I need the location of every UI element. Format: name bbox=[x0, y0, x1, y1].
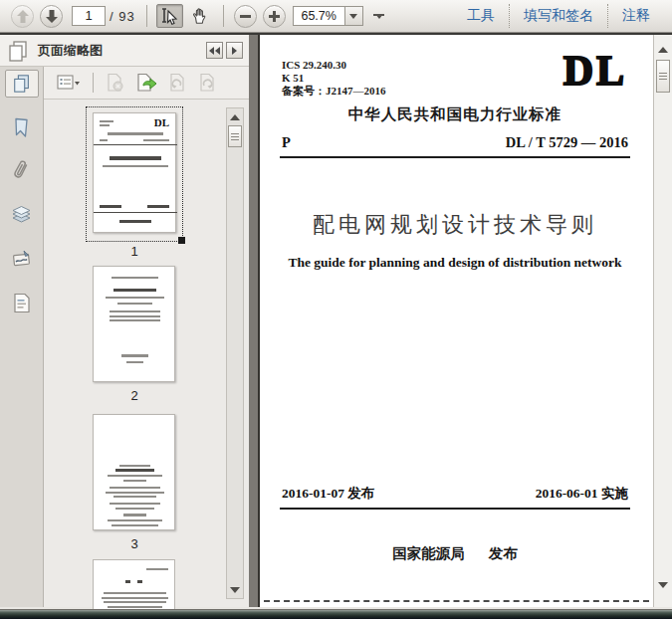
scrollbar-thumb[interactable] bbox=[656, 60, 670, 93]
triangle-down-icon bbox=[230, 587, 240, 593]
ics-block: ICS 29.240.30 K 51 备案号：J2147—2016 bbox=[282, 59, 386, 98]
toolbar-separator bbox=[146, 5, 147, 27]
document-title-cn: 配电网规划设计技术导则 bbox=[282, 210, 628, 240]
selection-handle[interactable] bbox=[178, 237, 185, 244]
footer-rule bbox=[280, 508, 630, 510]
paperclip-icon bbox=[12, 160, 32, 182]
toolbar-more-icon bbox=[373, 14, 384, 16]
pages-icon bbox=[6, 39, 30, 63]
header-rule bbox=[280, 156, 630, 158]
page-thumbnails-icon bbox=[12, 74, 32, 94]
page-number-input[interactable]: 1 bbox=[72, 6, 106, 26]
bookmark-icon bbox=[12, 117, 31, 138]
classification-row: P DL / T 5729 — 2016 bbox=[282, 134, 628, 151]
standard-category-header: 中华人民共和国电力行业标准 bbox=[282, 104, 628, 125]
scrollbar-thumb[interactable] bbox=[228, 125, 242, 147]
scroll-up-button[interactable] bbox=[228, 110, 242, 123]
collapse-panel-button[interactable] bbox=[206, 42, 223, 59]
document-scrollbar[interactable] bbox=[653, 35, 672, 607]
rotate-right-button[interactable] bbox=[197, 73, 217, 93]
record-number: 备案号：J2147—2016 bbox=[282, 85, 386, 98]
rotate-left-button[interactable] bbox=[167, 73, 187, 93]
panel-splitter[interactable] bbox=[249, 35, 260, 607]
thumbnails-list: DL bbox=[44, 100, 249, 607]
zoom-in-button[interactable] bbox=[263, 5, 286, 28]
rail-item-attachments[interactable] bbox=[5, 157, 39, 185]
down-arrow-icon bbox=[46, 10, 58, 23]
rail-item-signatures[interactable] bbox=[5, 245, 39, 273]
implementation-date: 2016-06-01 实施 bbox=[536, 485, 628, 503]
fill-sign-menu-button[interactable]: 填写和签名 bbox=[510, 7, 607, 25]
chevron-down-icon bbox=[349, 14, 357, 19]
insert-page-icon bbox=[135, 73, 157, 93]
triangle-up-icon bbox=[230, 114, 240, 120]
triangle-down-icon bbox=[658, 582, 668, 588]
standard-number: DL / T 5729 — 2016 bbox=[506, 134, 628, 151]
delete-page-icon bbox=[106, 73, 125, 93]
zoom-out-button[interactable] bbox=[234, 5, 257, 28]
thumbnails-panel: 页面缩略图 bbox=[0, 35, 249, 607]
toolbar-right-group: 工具 填写和签名 注释 bbox=[453, 4, 664, 28]
thumbnails-scrollbar[interactable] bbox=[226, 107, 244, 599]
rail-item-layers[interactable] bbox=[5, 201, 39, 229]
toolbar-separator bbox=[223, 5, 224, 27]
panel-header: 页面缩略图 bbox=[0, 35, 249, 67]
expand-panel-button[interactable] bbox=[226, 42, 243, 59]
panel-toolbar-separator bbox=[93, 73, 94, 93]
main-area: 页面缩略图 bbox=[0, 33, 672, 607]
double-chevron-left-icon bbox=[209, 47, 220, 55]
text-select-cursor-icon bbox=[160, 8, 178, 25]
up-arrow-icon bbox=[17, 10, 29, 23]
minus-icon bbox=[240, 11, 251, 22]
toolbar-more-button[interactable] bbox=[375, 14, 383, 19]
rail-item-notes[interactable] bbox=[5, 289, 39, 316]
thumbnail-options-button[interactable] bbox=[57, 74, 81, 92]
dates-row: 2016-01-07 发布 2016-06-01 实施 bbox=[282, 485, 628, 503]
thumbnail-page-1[interactable]: DL bbox=[86, 106, 183, 242]
chevron-right-icon bbox=[232, 47, 237, 55]
page-total-label: / 93 bbox=[110, 9, 135, 24]
insert-page-button[interactable] bbox=[135, 73, 157, 93]
sidebar-rail bbox=[0, 67, 44, 607]
zoom-level-input[interactable]: 65.7% bbox=[293, 6, 344, 26]
dl-logo: DL bbox=[563, 51, 627, 91]
scroll-down-button[interactable] bbox=[656, 578, 670, 591]
scroll-down-button[interactable] bbox=[228, 583, 242, 596]
scroll-up-button[interactable] bbox=[656, 43, 670, 56]
publisher-name: 国家能源局 bbox=[392, 545, 465, 561]
thumbnail-page-3[interactable] bbox=[93, 414, 175, 530]
hand-tool-button[interactable] bbox=[187, 4, 214, 28]
tools-menu-button[interactable]: 工具 bbox=[453, 7, 509, 25]
rotate-left-icon bbox=[167, 73, 187, 93]
plus-icon bbox=[269, 11, 280, 22]
thumbnail-page-2-label: 2 bbox=[86, 388, 183, 403]
ics-number: ICS 29.240.30 bbox=[282, 59, 386, 72]
rotate-right-icon bbox=[197, 73, 217, 93]
panel-toolbar bbox=[44, 67, 249, 100]
previous-page-button[interactable] bbox=[11, 5, 34, 28]
thumbnail-page-2[interactable] bbox=[93, 266, 175, 382]
thumbnail-page-1-label: 1 bbox=[86, 244, 183, 259]
publish-label: 发布 bbox=[489, 545, 518, 561]
publisher-row: 国家能源局发布 bbox=[282, 544, 628, 563]
class-letter: P bbox=[282, 134, 291, 151]
delete-page-button[interactable] bbox=[106, 73, 125, 93]
panel-body: DL bbox=[0, 67, 249, 607]
zoom-dropdown-button[interactable] bbox=[344, 6, 363, 26]
triangle-up-icon bbox=[658, 47, 668, 53]
select-tool-button[interactable] bbox=[156, 4, 183, 28]
top-toolbar: 1 / 93 65.7% 工具 填写和签名 注释 bbox=[0, 0, 672, 33]
panel-title: 页面缩略图 bbox=[38, 42, 103, 60]
options-menu-icon bbox=[57, 74, 81, 92]
comment-menu-button[interactable]: 注释 bbox=[608, 7, 664, 25]
panel-right: DL bbox=[44, 67, 249, 607]
document-title-en: The guide for planning and design of dis… bbox=[282, 255, 628, 271]
next-page-button[interactable] bbox=[40, 5, 63, 28]
rail-item-page-thumbnails[interactable] bbox=[5, 70, 39, 98]
document-page: ICS 29.240.30 K 51 备案号：J2147—2016 DL 中华人… bbox=[260, 35, 653, 607]
k-classification: K 51 bbox=[282, 72, 386, 85]
document-notes-icon bbox=[13, 293, 31, 313]
hand-icon bbox=[191, 7, 209, 25]
rail-item-bookmarks[interactable] bbox=[5, 113, 39, 141]
issue-date: 2016-01-07 发布 bbox=[282, 485, 374, 503]
